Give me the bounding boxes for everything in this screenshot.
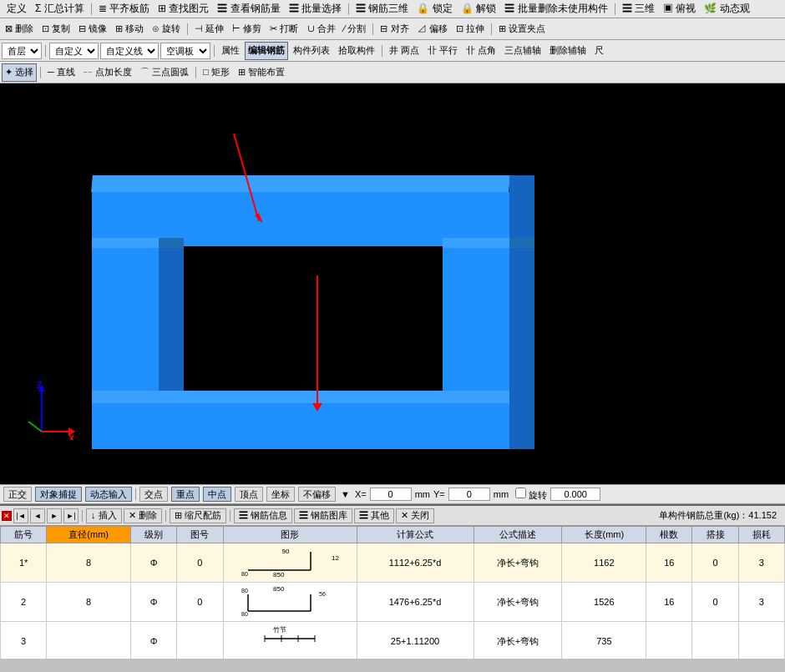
sep1 [91, 3, 92, 15]
col-grade: 级别 [131, 527, 177, 543]
left-wall-front [92, 246, 159, 401]
component-select[interactable]: 空调板 [160, 43, 210, 59]
sep15 [230, 510, 230, 522]
smart-layout-tool[interactable]: ⊞ 智能布置 [235, 63, 288, 82]
x-coord-input[interactable] [370, 488, 412, 501]
y-coord-input[interactable] [448, 488, 490, 501]
cell-description: 净长+弯钩 [474, 543, 562, 583]
line-tool[interactable]: ─ 直线 [44, 63, 78, 82]
col-description: 公式描述 [474, 527, 562, 543]
nav-last-btn[interactable]: ►| [63, 508, 78, 523]
move-btn[interactable]: ⊞ 移动 [112, 20, 147, 38]
menu-top-view[interactable]: ▣ 俯视 [660, 1, 699, 17]
no-offset-btn[interactable]: 不偏移 [298, 487, 336, 502]
col-count: 根数 [646, 527, 692, 543]
stretch-btn[interactable]: ⊡ 拉伸 [453, 20, 488, 38]
table-row[interactable]: 1* 8 Φ 0 90 12 80 850 1112+6.25*d 净 [1, 543, 785, 583]
menu-define[interactable]: 定义 [3, 1, 30, 17]
point-length-tool[interactable]: ╌ 点加长度 [80, 63, 135, 82]
component-list-btn[interactable]: 构件列表 [290, 42, 333, 60]
arc-tool[interactable]: ⌒ 三点圆弧 [137, 63, 192, 82]
point-angle-btn[interactable]: 卝 点角 [463, 42, 499, 60]
floor-select[interactable]: 首层 [2, 43, 42, 59]
type-select[interactable]: 自定义 [49, 43, 99, 59]
bottom-slab-front [92, 403, 509, 449]
draw-bar: ✦ 选择 ─ 直线 ╌ 点加长度 ⌒ 三点圆弧 □ 矩形 ⊞ 智能布置 [0, 62, 785, 83]
menu-dynamic[interactable]: 🌿 动态观 [701, 1, 752, 17]
pick-component-btn[interactable]: 拾取构件 [335, 42, 378, 60]
menu-batch-delete[interactable]: ☰ 批量删除未使用构件 [501, 1, 610, 17]
set-grip-btn[interactable]: ⊞ 设置夹点 [495, 20, 549, 38]
menu-batch-select[interactable]: ☰ 批量选择 [286, 1, 345, 17]
nav-first-btn[interactable]: |◄ [13, 508, 28, 523]
edit-rebar-btn[interactable]: 编辑钢筋 [245, 42, 288, 60]
merge-btn[interactable]: ∪ 合并 [304, 20, 339, 38]
offset-btn[interactable]: ⊿ 偏移 [414, 20, 451, 38]
parallel-btn[interactable]: 卝 平行 [424, 42, 461, 60]
trim-btn[interactable]: ⊢ 修剪 [229, 20, 265, 38]
intersection-btn[interactable]: 交点 [139, 487, 168, 502]
midpoint-btn1[interactable]: 重点 [171, 487, 200, 502]
break-btn[interactable]: ✂ 打断 [266, 20, 301, 38]
vertex-btn[interactable]: 顶点 [235, 487, 263, 502]
menu-align-slab[interactable]: ≣ 平齐板筋 [95, 1, 153, 17]
menu-3d-rebar[interactable]: ☰ 钢筋三维 [352, 1, 412, 17]
copy-btn[interactable]: ⊡ 复制 [38, 20, 73, 38]
rebar-library-btn[interactable]: ☰ 钢筋图库 [294, 508, 352, 523]
svg-text:90: 90 [282, 548, 290, 555]
rotate-input[interactable] [550, 488, 600, 501]
svg-text:80: 80 [241, 588, 248, 594]
x-label-text: X= [355, 489, 367, 499]
other-btn[interactable]: ☰ 其他 [354, 508, 394, 523]
menu-bar: 定义 Σ 汇总计算 ≣ 平齐板筋 ⊞ 查找图元 ☰ 查看钢筋量 ☰ 批量选择 ☰… [0, 0, 785, 18]
menu-view-qty[interactable]: ☰ 查看钢筋量 [214, 1, 283, 17]
total-weight: 单构件钢筋总重(kg)：41.152 [659, 509, 783, 522]
cell-overlap [692, 622, 738, 659]
menu-lock[interactable]: 🔒 锁定 [413, 1, 455, 17]
delete-btn[interactable]: ⊠ 删除 [2, 20, 37, 38]
table-row[interactable]: 3 Φ 竹节 25+1.11200 净长+弯钩 735 [1, 622, 785, 659]
extend-btn[interactable]: ⊣ 延伸 [191, 20, 227, 38]
close-btn[interactable]: ✕ 关闭 [396, 508, 434, 523]
close-small-btn[interactable]: ✕ [2, 511, 12, 521]
scale-match-btn[interactable]: ⊞ 缩尺配筋 [170, 508, 226, 523]
two-point-btn[interactable]: 井 两点 [386, 42, 423, 60]
viewport-3d[interactable]: Z X [0, 83, 785, 484]
nav-prev-btn[interactable]: ◄ [30, 508, 45, 523]
coord-btn[interactable]: 坐标 [266, 487, 295, 502]
svg-text:80: 80 [241, 611, 248, 617]
ortho-btn[interactable]: 正交 [3, 487, 32, 502]
snap-btn[interactable]: 对象捕捉 [35, 487, 82, 502]
insert-btn[interactable]: ↓ 插入 [86, 508, 122, 523]
menu-sum[interactable]: Σ 汇总计算 [32, 1, 88, 17]
property-btn[interactable]: 属性 [218, 42, 243, 60]
menu-3d[interactable]: ☰ 三维 [619, 1, 658, 17]
right-wall-top [443, 238, 509, 248]
cell-drawing-num: 0 [177, 543, 223, 583]
split-btn[interactable]: ∕ 分割 [341, 20, 370, 38]
ruler-btn[interactable]: 尺 [591, 42, 607, 60]
menu-find[interactable]: ⊞ 查找图元 [154, 1, 212, 17]
cell-count: 16 [646, 583, 692, 622]
table-row[interactable]: 2 8 Φ 0 80 850 56 80 1476+6.25 [1, 583, 785, 622]
menu-unlock[interactable]: 🔒 解锁 [458, 1, 499, 17]
svg-text:12: 12 [332, 554, 339, 562]
mirror-btn[interactable]: ⊟ 镜像 [75, 20, 110, 38]
table-delete-btn[interactable]: ✕ 删除 [124, 508, 162, 523]
three-point-axis-btn[interactable]: 三点辅轴 [501, 42, 544, 60]
line-type-select[interactable]: 自定义线 [100, 43, 159, 59]
select-tool[interactable]: ✦ 选择 [2, 63, 37, 82]
delete-axis-btn[interactable]: 删除辅轴 [546, 42, 590, 60]
dynamic-input-btn[interactable]: 动态输入 [85, 487, 132, 502]
cell-overlap: 0 [692, 543, 738, 583]
left-wall-top-side [159, 238, 184, 248]
midpoint-btn2[interactable]: 中点 [203, 487, 231, 502]
rotate-checkbox[interactable] [515, 488, 526, 498]
nav-next-btn[interactable]: ► [47, 508, 62, 523]
align-btn[interactable]: ⊟ 对齐 [377, 20, 412, 38]
rect-tool[interactable]: □ 矩形 [200, 63, 233, 82]
rotate-btn[interactable]: ⊙ 旋转 [149, 20, 184, 38]
rebar-info-btn[interactable]: ☰ 钢筋信息 [234, 508, 292, 523]
table-toolbar: ✕ |◄ ◄ ► ►| ↓ 插入 ✕ 删除 ⊞ 缩尺配筋 ☰ 钢筋信息 ☰ 钢筋… [0, 506, 785, 526]
sep6 [491, 23, 492, 35]
